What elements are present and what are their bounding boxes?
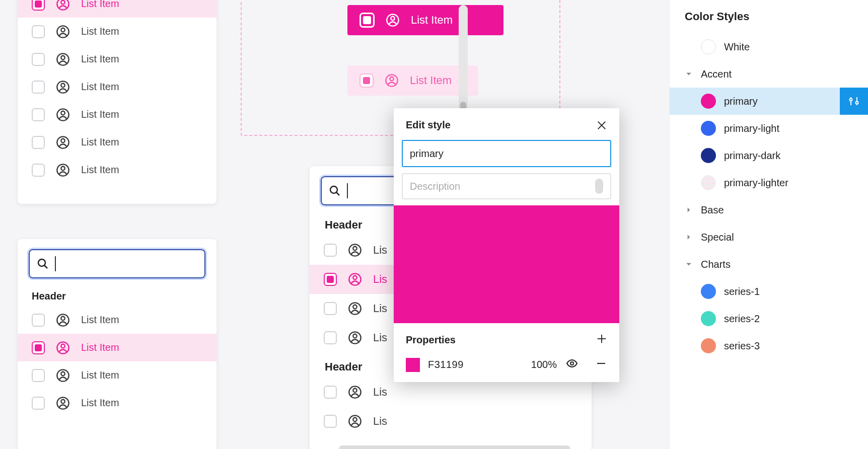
checkbox-icon[interactable] (324, 415, 337, 428)
list-item-row[interactable]: List Item (18, 334, 216, 361)
list-item-row[interactable]: List Item (18, 0, 216, 18)
checkbox-icon[interactable] (324, 386, 337, 399)
svg-point-9 (61, 111, 64, 114)
svg-point-51 (856, 102, 858, 104)
list-item-label: Lis (373, 244, 387, 257)
list-item-row[interactable]: Lis (310, 407, 592, 436)
user-icon (56, 163, 70, 177)
popover-title: Edit style (406, 119, 451, 131)
checkbox-icon[interactable] (32, 136, 45, 149)
style-name-input[interactable] (402, 140, 611, 167)
style-group-special[interactable]: Special (670, 223, 868, 251)
list-card-b: Header List Item List Item List Item Lis… (18, 239, 216, 449)
user-icon (56, 313, 70, 327)
chip-label: List Item (410, 74, 452, 87)
close-icon[interactable] (596, 120, 607, 131)
checkbox-icon[interactable] (359, 73, 374, 88)
user-icon (348, 302, 362, 316)
color-style-white[interactable]: White (670, 33, 868, 60)
list-item-label: List Item (81, 53, 119, 65)
list-item-row[interactable]: List Item (18, 45, 216, 73)
canvas-area[interactable]: List Item List Item List Item List Item … (0, 0, 669, 449)
chevron-right-icon (685, 233, 693, 241)
edit-style-icon[interactable] (840, 88, 868, 115)
checkbox-icon[interactable] (324, 302, 337, 315)
svg-point-14 (38, 259, 45, 266)
list-item-label: List Item (81, 164, 119, 176)
remove-property-icon[interactable] (595, 357, 607, 372)
list-chip-solid[interactable]: List Item (347, 5, 503, 35)
checkbox-icon[interactable] (32, 314, 45, 327)
svg-point-11 (61, 138, 64, 142)
user-icon (56, 52, 70, 66)
list-item-label: Lis (373, 302, 387, 315)
user-icon (56, 341, 70, 355)
color-style-series-3[interactable]: series-3 (670, 332, 868, 359)
sidebar-title: Color Styles (670, 10, 868, 33)
user-icon (56, 396, 70, 410)
swatch-icon (701, 338, 716, 353)
style-group-base[interactable]: Base (670, 196, 868, 223)
list-item-row[interactable]: List Item (18, 389, 216, 417)
color-chip-icon[interactable] (406, 358, 420, 372)
user-icon (56, 368, 70, 383)
checkbox-icon[interactable] (324, 244, 337, 257)
style-label: primary (724, 96, 758, 107)
user-icon (56, 25, 70, 39)
list-item-row[interactable]: List Item (18, 306, 216, 334)
color-hex-value[interactable]: F31199 (428, 359, 488, 370)
color-style-primary-light[interactable]: primary-light (670, 115, 868, 142)
checkbox-icon[interactable] (32, 53, 45, 66)
list-item-row[interactable]: List Item (18, 156, 216, 184)
checkbox-icon[interactable] (32, 164, 45, 177)
svg-point-17 (61, 316, 64, 320)
list-item-label: List Item (81, 0, 119, 10)
user-icon (56, 0, 70, 11)
section-header: Header (18, 283, 216, 306)
svg-point-41 (353, 418, 356, 421)
style-group-charts[interactable]: Charts (670, 251, 868, 278)
add-property-icon[interactable] (596, 333, 607, 346)
color-style-primary[interactable]: primary (670, 88, 868, 115)
list-item-row[interactable]: List Item (18, 361, 216, 389)
list-item-label: List Item (81, 81, 119, 93)
checkbox-icon[interactable] (324, 273, 337, 286)
color-preview-swatch[interactable] (394, 205, 619, 323)
horizontal-scrollbar[interactable] (339, 445, 570, 449)
edit-style-popover: Edit style Description Properties F31199… (394, 108, 619, 382)
vertical-scrollbar[interactable] (459, 5, 468, 118)
list-item-row[interactable]: List Item (18, 18, 216, 45)
checkbox-icon[interactable] (359, 13, 375, 28)
checkbox-icon[interactable] (32, 25, 45, 38)
checkbox-icon[interactable] (32, 341, 45, 354)
color-property-row[interactable]: F31199 100% (394, 353, 619, 382)
color-opacity-value[interactable]: 100% (517, 359, 557, 370)
search-icon (329, 185, 341, 197)
checkbox-icon[interactable] (32, 397, 45, 410)
color-style-primary-lighter[interactable]: primary-lighter (670, 169, 868, 196)
color-style-primary-dark[interactable]: primary-dark (670, 142, 868, 169)
color-style-series-2[interactable]: series-2 (670, 305, 868, 332)
visibility-icon[interactable] (566, 357, 578, 372)
style-label: primary-light (724, 123, 779, 134)
list-item-row[interactable]: List Item (18, 128, 216, 156)
list-item-row[interactable]: List Item (18, 101, 216, 128)
checkbox-icon[interactable] (32, 369, 45, 382)
style-label: series-1 (724, 286, 760, 297)
checkbox-icon[interactable] (32, 0, 45, 11)
search-icon (37, 258, 49, 270)
search-input[interactable] (29, 249, 205, 278)
group-label: Accent (701, 68, 732, 80)
checkbox-icon[interactable] (32, 81, 45, 94)
list-item-row[interactable]: List Item (18, 73, 216, 101)
checkbox-icon[interactable] (32, 108, 45, 121)
color-style-series-1[interactable]: series-1 (670, 278, 868, 305)
style-description-input[interactable]: Description (402, 173, 611, 199)
list-item-label: Lis (373, 386, 387, 399)
description-placeholder: Description (410, 181, 460, 192)
style-label: series-2 (724, 313, 760, 325)
style-group-accent[interactable]: Accent (670, 60, 868, 88)
checkbox-icon[interactable] (324, 331, 337, 344)
list-item-label: Lis (373, 415, 387, 428)
list-item-label: List Item (81, 26, 119, 37)
